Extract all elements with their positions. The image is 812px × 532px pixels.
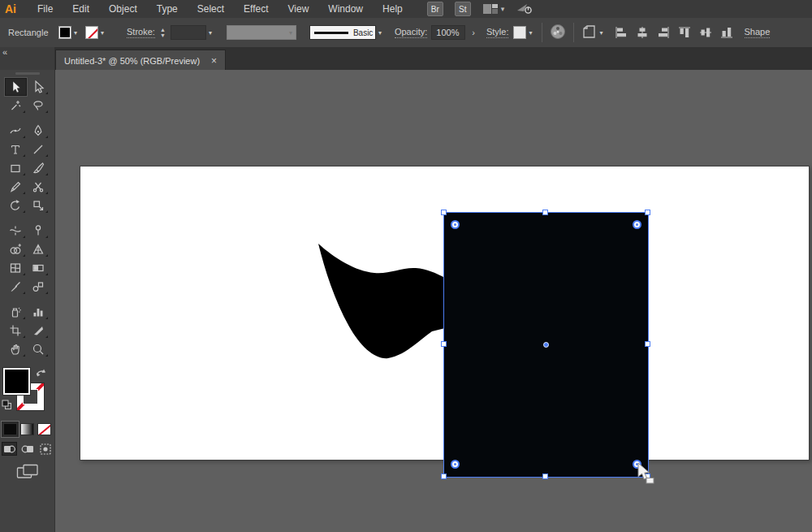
opacity-more-button[interactable]: › (472, 28, 475, 37)
color-mode-button[interactable] (3, 423, 17, 435)
stroke-weight-input[interactable] (171, 25, 206, 40)
menu-item-select[interactable]: Select (188, 0, 234, 18)
selection-tool[interactable] (5, 78, 27, 96)
canvas-area[interactable] (55, 70, 812, 532)
puppet-warp-tool[interactable] (28, 222, 50, 240)
style-panel-link[interactable]: Style: (486, 27, 509, 38)
pen-tool[interactable] (28, 122, 50, 140)
stroke-chevron-icon[interactable]: ▾ (101, 29, 104, 37)
shape-builder-tool[interactable] (5, 240, 27, 258)
width-tool[interactable] (5, 222, 27, 240)
selection-handle-top-right[interactable] (645, 210, 650, 215)
screen-mode-icon (16, 464, 39, 480)
flyout-indicator (45, 317, 48, 319)
stroke-panel-link[interactable]: Stroke: (127, 27, 155, 38)
fill-chevron-icon[interactable]: ▾ (74, 29, 77, 37)
selection-handle-top-center[interactable] (542, 210, 548, 215)
default-fill-stroke-button[interactable] (2, 400, 12, 413)
horizontal-align-right-button[interactable] (657, 26, 670, 39)
horizontal-align-center-button[interactable] (636, 26, 649, 39)
width-profile-dropdown[interactable]: ▾ (227, 25, 296, 40)
gradient-mode-button[interactable] (20, 423, 34, 435)
blend-tool[interactable] (28, 278, 50, 296)
stroke-color-swatch[interactable] (85, 26, 98, 39)
menu-item-window[interactable]: Window (318, 0, 373, 18)
corner-widget-bottom-left[interactable] (451, 460, 460, 469)
column-graph-tool[interactable] (28, 303, 50, 321)
fill-color-swatch[interactable] (58, 26, 71, 39)
slice-tool[interactable] (28, 322, 50, 340)
menu-item-file[interactable]: File (28, 0, 63, 18)
shape-panel-link[interactable]: Shape (745, 27, 771, 38)
tab-close-button[interactable]: × (211, 55, 217, 67)
stroke-weight-stepper[interactable]: ▲▼ (158, 24, 168, 41)
curvature-tool[interactable] (5, 122, 27, 140)
stroke-weight-chevron-icon[interactable]: ▾ (209, 29, 212, 37)
style-chevron-icon[interactable]: ▾ (529, 29, 532, 37)
gpu-performance-icon (516, 2, 533, 15)
symbol-sprayer-tool[interactable] (5, 303, 27, 321)
document-tab[interactable]: Untitled-3* @ 50% (RGB/Preview) × (55, 50, 226, 71)
vertical-align-bottom-button[interactable] (720, 26, 733, 39)
pencil-tool[interactable] (5, 178, 27, 196)
scale-tool[interactable] (28, 197, 50, 214)
opacity-input[interactable]: 100% (431, 25, 465, 40)
selection-center-point[interactable] (543, 342, 549, 348)
fill-indicator-black[interactable] (3, 368, 30, 395)
style-swatch[interactable] (513, 26, 526, 39)
collapse-toolbar-button[interactable]: « (2, 47, 7, 57)
panel-grip[interactable] (15, 72, 40, 75)
lasso-tool[interactable] (28, 97, 50, 115)
swap-fill-stroke-button[interactable] (36, 368, 47, 381)
selection-handle-middle-right[interactable] (645, 341, 650, 347)
mesh-tool[interactable] (5, 259, 27, 277)
hand-tool[interactable] (5, 340, 27, 358)
corner-widget-top-right[interactable] (633, 220, 641, 229)
rectangle-tool[interactable] (5, 159, 27, 177)
selection-handle-bottom-center[interactable] (542, 474, 548, 479)
line-segment-tool[interactable] (28, 141, 50, 158)
draw-inside-button[interactable] (37, 442, 53, 456)
menu-item-effect[interactable]: Effect (234, 0, 278, 18)
scissors-tool[interactable] (28, 178, 50, 196)
draw-normal-button[interactable] (2, 442, 17, 456)
recolor-artwork-button[interactable] (549, 23, 567, 42)
screen-mode-button[interactable] (0, 464, 54, 480)
menu-item-type[interactable]: Type (147, 0, 188, 18)
brush-chevron-icon[interactable]: ▾ (378, 29, 382, 37)
corner-widget-top-left[interactable] (451, 220, 460, 229)
gradient-tool[interactable] (28, 259, 50, 277)
bridge-button[interactable]: Br (427, 2, 443, 16)
shape-builder-tool-icon (9, 243, 22, 256)
eyedropper-tool[interactable] (5, 278, 27, 296)
rotate-tool-icon (9, 199, 22, 212)
menu-item-object[interactable]: Object (99, 0, 147, 18)
type-tool[interactable] (5, 141, 27, 158)
menu-item-help[interactable]: Help (373, 0, 412, 18)
none-mode-button[interactable] (37, 423, 51, 435)
rotate-tool[interactable] (5, 197, 27, 214)
drawing-mode-buttons (0, 442, 54, 456)
workspace-switcher-button[interactable]: ▾ (482, 3, 505, 15)
stock-button[interactable]: St (455, 2, 471, 16)
vertical-align-center-button[interactable] (699, 26, 712, 39)
brush-definition-dropdown[interactable]: Basic (309, 25, 376, 40)
selection-handle-bottom-left[interactable] (441, 474, 447, 479)
zoom-tool[interactable] (28, 340, 50, 358)
magic-wand-tool[interactable] (5, 97, 27, 115)
vertical-align-top-button[interactable] (678, 26, 691, 39)
menu-item-view[interactable]: View (279, 0, 319, 18)
flyout-indicator (23, 354, 25, 357)
draw-behind-button[interactable] (19, 442, 35, 456)
paintbrush-tool[interactable] (28, 159, 50, 177)
horizontal-align-left-button[interactable] (615, 26, 628, 39)
menu-item-edit[interactable]: Edit (63, 0, 99, 18)
gpu-performance-button[interactable] (516, 2, 533, 17)
selection-handle-top-left[interactable] (441, 210, 447, 215)
select-similar-objects-button[interactable]: ▾ (581, 25, 606, 40)
direct-selection-tool[interactable] (28, 78, 50, 96)
perspective-grid-tool[interactable] (28, 240, 50, 258)
artboard-tool[interactable] (5, 322, 27, 340)
opacity-panel-link[interactable]: Opacity: (395, 27, 427, 38)
selection-handle-middle-left[interactable] (441, 341, 447, 347)
